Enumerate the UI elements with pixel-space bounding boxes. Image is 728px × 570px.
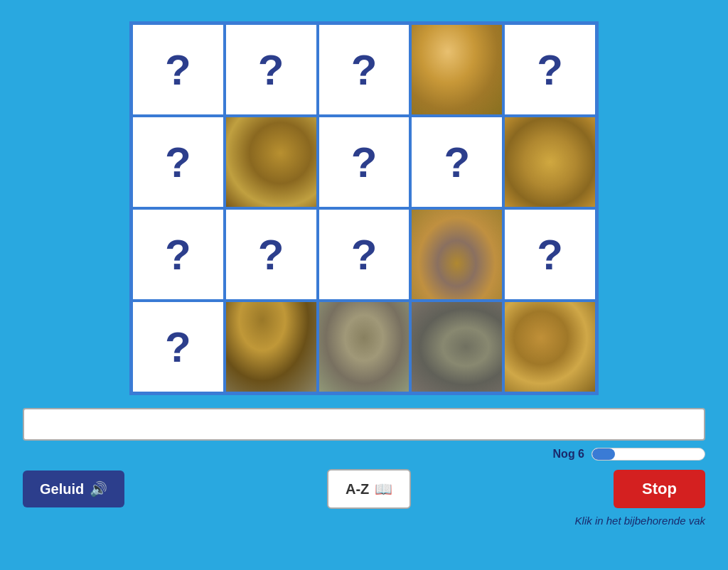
answer-input[interactable]	[23, 408, 705, 441]
lion-image-fragment	[226, 117, 316, 207]
az-label: A-Z	[346, 481, 369, 498]
question-mark-icon: ?	[165, 323, 191, 372]
question-mark-icon: ?	[537, 230, 563, 279]
puzzle-cell-r0c2[interactable]: ?	[318, 23, 411, 116]
puzzle-cell-r3c1[interactable]	[225, 301, 318, 393]
buttons-row: Geluid 🔊 A-Z 📖 Stop	[23, 469, 705, 509]
geluid-label: Geluid	[40, 481, 84, 498]
lion-image-fragment	[505, 302, 595, 392]
answer-input-container	[23, 408, 705, 441]
puzzle-cell-r2c4[interactable]: ?	[503, 208, 596, 301]
puzzle-cell-r1c2[interactable]: ?	[318, 116, 411, 208]
question-mark-icon: ?	[444, 138, 470, 187]
question-mark-icon: ?	[351, 230, 378, 279]
puzzle-cell-r2c0[interactable]: ?	[132, 208, 225, 301]
question-mark-icon: ?	[258, 45, 284, 95]
puzzle-cell-r3c4[interactable]	[503, 301, 596, 393]
question-mark-icon: ?	[537, 45, 563, 95]
puzzle-cell-r1c4[interactable]	[503, 116, 596, 208]
hint-text: Klik in het bijbehorende vak	[23, 515, 705, 527]
progress-label: Nog 6	[553, 448, 584, 461]
puzzle-cell-r1c1[interactable]	[225, 116, 318, 208]
az-button[interactable]: A-Z 📖	[327, 469, 411, 509]
puzzle-cell-r0c3[interactable]	[410, 23, 503, 116]
question-mark-icon: ?	[258, 230, 284, 279]
question-mark-icon: ?	[165, 138, 191, 187]
puzzle-grid: ????????????	[129, 21, 599, 395]
progress-bar-fill	[592, 448, 615, 460]
puzzle-cell-r3c2[interactable]	[318, 301, 411, 393]
puzzle-cell-r2c1[interactable]: ?	[225, 208, 318, 301]
progress-bar-container	[592, 448, 705, 461]
puzzle-cell-r0c0[interactable]: ?	[132, 23, 225, 116]
question-mark-icon: ?	[165, 230, 191, 279]
question-mark-icon: ?	[351, 45, 378, 95]
puzzle-cell-r2c3[interactable]	[410, 208, 503, 301]
puzzle-cell-r3c3[interactable]	[410, 301, 503, 393]
lion-image-fragment	[226, 302, 316, 392]
puzzle-cell-r0c1[interactable]: ?	[225, 23, 318, 116]
lion-image-fragment	[505, 117, 595, 207]
lion-image-fragment	[412, 302, 502, 392]
puzzle-cell-r2c2[interactable]: ?	[318, 208, 411, 301]
geluid-button[interactable]: Geluid 🔊	[23, 470, 124, 507]
puzzle-cell-r1c3[interactable]: ?	[410, 116, 503, 208]
puzzle-cell-r0c4[interactable]: ?	[503, 23, 596, 116]
book-icon: 📖	[375, 480, 392, 498]
puzzle-cell-r3c0[interactable]: ?	[132, 301, 225, 393]
lion-image-fragment	[412, 25, 502, 114]
speaker-icon: 🔊	[90, 480, 107, 498]
progress-row: Nog 6	[23, 448, 705, 461]
lion-image-fragment	[319, 302, 410, 392]
puzzle-cell-r1c0[interactable]: ?	[132, 116, 225, 208]
lion-image-fragment	[412, 210, 502, 299]
question-mark-icon: ?	[351, 138, 378, 187]
question-mark-icon: ?	[165, 45, 191, 95]
stop-button[interactable]: Stop	[614, 470, 705, 508]
